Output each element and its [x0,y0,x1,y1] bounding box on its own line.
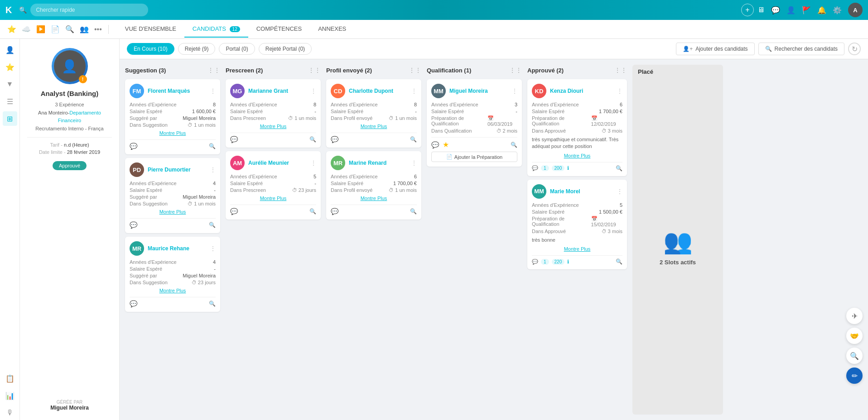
comment-icon[interactable]: 💬 [130,300,137,307]
candidate-name[interactable]: Maurice Rehane [148,245,207,252]
user-avatar[interactable]: A [848,3,863,17]
comment-icon[interactable]: 💬 [230,208,238,215]
candidate-name[interactable]: Aurélie Meunier [248,160,307,166]
left-funnel-icon[interactable]: ▼ [3,77,17,91]
zoom-icon[interactable]: 🔍 [511,142,517,148]
add-prep-button[interactable]: 📄 Ajouter la Préparation [431,152,517,162]
zoom-icon[interactable]: 🔍 [309,208,316,215]
card-menu[interactable]: ⋮ [210,167,216,173]
candidate-name[interactable]: Florent Marquès [148,88,207,94]
tab-candidats[interactable]: CANDIDATS 12 [184,21,248,38]
people-icon[interactable]: 👥 [78,23,91,35]
comment-icon[interactable]: 💬 [331,208,338,215]
search-input[interactable] [30,4,148,16]
users-icon[interactable]: 👤 [786,6,796,14]
filter-rejete-portal[interactable]: Rejeté Portal (0) [259,43,312,55]
candidate-name[interactable]: Marianne Grant [248,88,307,94]
filter-en-cours[interactable]: En Cours (10) [127,43,174,55]
candidate-name[interactable]: Marine Renard [349,160,408,166]
show-more-link[interactable]: Montre Plus [331,196,417,201]
column-menu-qualification[interactable]: ⋮⋮ [509,67,522,74]
tab-vue-ensemble[interactable]: VUE D'ENSEMBLE [117,21,184,38]
left-chart-icon[interactable]: 📊 [3,388,17,403]
zoom-icon[interactable]: 🔍 [410,136,417,143]
show-more-link[interactable]: Montre Plus [532,246,622,252]
experience-row: Années d'Expérience 4 [130,181,216,186]
card-menu[interactable]: ⋮ [411,160,417,166]
cloud-icon[interactable]: ☁️ [20,23,33,35]
left-kanban-icon[interactable]: ⊞ [3,111,17,126]
show-more-link[interactable]: Montre Plus [230,124,316,129]
monitor-icon[interactable]: 🖥 [757,6,765,14]
search2-icon[interactable]: 🔍 [63,23,76,35]
add-candidates-button[interactable]: 👤+ Ajouter des candidats [676,43,754,55]
card-menu[interactable]: ⋮ [311,88,316,94]
left-file-icon[interactable]: 📋 [3,371,17,386]
float-handshake-button[interactable]: 🤝 [846,328,863,344]
float-search-person-button[interactable]: 🔍 [846,348,863,364]
left-star-icon[interactable]: ⭐ [3,60,17,74]
card-footer: 💬 ★ 🔍 [431,137,517,149]
zoom-icon[interactable]: 🔍 [309,136,316,143]
card-menu[interactable]: ⋮ [210,245,216,252]
column-menu-prescreen[interactable]: ⋮⋮ [308,67,321,74]
left-mic-icon[interactable]: 🎙 [3,406,17,420]
column-menu-approuve[interactable]: ⋮⋮ [614,67,627,74]
comment-icon[interactable]: 💬 [532,165,538,171]
show-more-link[interactable]: Montre Plus [230,196,316,201]
zoom-icon[interactable]: 🔍 [410,208,417,215]
star-icon[interactable]: ★ [443,140,449,149]
card-menu[interactable]: ⋮ [617,88,622,94]
flag-icon[interactable]: 🚩 [802,6,811,14]
zoom-icon[interactable]: 🔍 [209,222,216,228]
candidate-name[interactable]: Miguel Moreira [449,88,508,94]
filter-rejete[interactable]: Rejeté (9) [178,43,216,55]
card-menu[interactable]: ⋮ [411,88,417,94]
chat-icon[interactable]: 💬 [771,6,780,14]
card-menu[interactable]: ⋮ [617,188,622,195]
float-edit-button[interactable]: ✏ [846,368,863,384]
show-more-link[interactable]: Montre Plus [130,209,216,215]
candidate-name[interactable]: Pierre Dumortier [148,167,207,173]
comment-icon[interactable]: 💬 [431,141,439,148]
column-menu-suggestion[interactable]: ⋮⋮ [207,67,220,74]
add-button[interactable]: + [741,4,754,16]
bell-icon[interactable]: 🔔 [817,6,826,14]
zoom-icon[interactable]: 🔍 [616,258,622,265]
more-icon[interactable]: ••• [92,24,104,35]
candidate-name[interactable]: Marie Morel [550,188,613,195]
play-icon[interactable]: ▶️ [34,23,47,35]
card-menu[interactable]: ⋮ [311,160,316,166]
zoom-icon[interactable]: 🔍 [616,165,622,172]
show-more-link[interactable]: Montre Plus [130,288,216,293]
show-more-link[interactable]: Montre Plus [130,130,216,136]
comment-count: 1 [541,165,549,171]
left-user-icon[interactable]: 👤 [3,43,17,57]
candidate-name[interactable]: Charlotte Dupont [349,88,408,94]
home-icon[interactable]: ⭐ [5,23,18,35]
card-menu[interactable]: ⋮ [210,88,216,94]
comment-icon[interactable]: 💬 [130,221,137,229]
show-more-link[interactable]: Montre Plus [532,153,622,158]
stage-row: Dans Profil envoyé ⏱ 1 un mois [331,115,417,121]
show-more-link[interactable]: Montre Plus [331,124,417,129]
card-menu[interactable]: ⋮ [512,88,517,94]
column-header-prescreen: Prescreen (2) ⋮⋮ [226,65,321,76]
document-icon[interactable]: 📄 [49,23,62,35]
column-menu-profil[interactable]: ⋮⋮ [409,67,421,74]
zoom-icon[interactable]: 🔍 [209,301,216,307]
candidate-name[interactable]: Kenza Diouri [550,88,613,94]
filter-portal[interactable]: Portal (0) [219,43,255,55]
gear-icon[interactable]: ⚙️ [833,6,842,14]
tab-competences[interactable]: COMPÉTENCES [248,21,310,38]
refresh-button[interactable]: ↻ [848,43,861,55]
comment-icon[interactable]: 💬 [130,143,137,150]
tab-annexes[interactable]: ANNEXES [310,21,354,38]
search-candidates-button[interactable]: 🔍 Rechercher des candidats [758,43,844,55]
zoom-icon[interactable]: 🔍 [209,143,216,149]
comment-icon[interactable]: 💬 [230,136,238,143]
left-list-icon[interactable]: ☰ [3,94,17,109]
comment-icon[interactable]: 💬 [532,259,538,265]
comment-icon[interactable]: 💬 [331,136,338,143]
float-send-button[interactable]: ✈ [846,308,863,324]
